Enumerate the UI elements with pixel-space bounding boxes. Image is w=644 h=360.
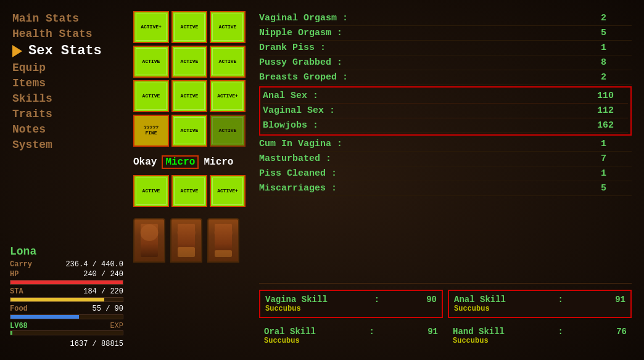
center-panel: ACTIVE+ ACTIVE ACTIVE ACTIVE ACTIVE ACTI… bbox=[128, 5, 252, 355]
food-bar bbox=[10, 315, 79, 319]
sidebar-item-main-stats[interactable]: Main Stats bbox=[10, 11, 123, 26]
grid-cell-r5-1[interactable]: ACTIVE bbox=[171, 175, 207, 207]
stat-line-3: Pussy Grabbed : 8 bbox=[259, 55, 632, 70]
grid-cell-r5-2[interactable]: ACTIVE+ bbox=[210, 175, 246, 207]
exp-value: 1637 / 88815 bbox=[70, 340, 123, 348]
grid-cell-7[interactable]: ACTIVE bbox=[171, 80, 207, 112]
food-label: Food bbox=[10, 305, 28, 313]
carry-label: Carry bbox=[10, 260, 32, 269]
sidebar-item-system[interactable]: System bbox=[10, 137, 123, 152]
grid-cell-0[interactable]: ACTIVE+ bbox=[133, 11, 169, 43]
vagina-skill-sub: Succubus bbox=[265, 305, 437, 313]
player-name: Lona bbox=[10, 245, 123, 258]
grid-cell-4[interactable]: ACTIVE bbox=[171, 46, 207, 78]
status-micro: Micro bbox=[204, 157, 233, 168]
potion-1[interactable] bbox=[170, 218, 202, 263]
oral-skill-value: 91 bbox=[427, 327, 438, 337]
sidebar-item-items[interactable]: Items bbox=[10, 76, 123, 91]
stat-line-7: Blowjobs : 162 bbox=[263, 118, 628, 133]
stat-line-0: Vaginal Orgasm : 2 bbox=[259, 11, 632, 26]
status-okay: Okay bbox=[133, 157, 157, 168]
anal-skill-sub: Succubus bbox=[454, 305, 625, 313]
vagina-skill-value: 90 bbox=[426, 295, 437, 305]
hp-bar bbox=[10, 280, 123, 284]
grid-cell-fine[interactable]: ?????FINE bbox=[133, 115, 169, 147]
anal-skill-box: Anal Skill : 91 Succubus bbox=[448, 290, 632, 318]
stat-line-10: Piss Cleaned : 1 bbox=[259, 166, 632, 181]
stat-line-5: Anal Sex : 110 bbox=[263, 89, 628, 104]
sta-label: STA bbox=[10, 287, 23, 296]
sidebar-item-health-stats[interactable]: Health Stats bbox=[10, 27, 123, 41]
exp-bar-container bbox=[10, 330, 123, 335]
player-stats: Lona Carry 236.4 / 440.0 HP 240 / 240 ST… bbox=[10, 245, 123, 349]
sta-bar-container bbox=[10, 297, 123, 302]
stat-line-2: Drank Piss : 1 bbox=[259, 41, 632, 55]
anal-skill-value: 91 bbox=[615, 295, 625, 305]
skills-section: Vagina Skill : 90 Succubus Anal Skill : … bbox=[259, 290, 632, 318]
oral-skill-box: Oral Skill : 91 Succubus bbox=[259, 323, 443, 349]
grid-cell-11[interactable]: ACTIVE bbox=[210, 115, 246, 147]
divider bbox=[259, 283, 632, 284]
grid-cell-r5-0[interactable]: ACTIVE bbox=[133, 175, 169, 207]
sidebar: Main Stats Health Stats Sex Stats Equip … bbox=[5, 5, 128, 355]
stat-line-4: Breasts Groped : 2 bbox=[259, 70, 632, 85]
lv-label: LV68 bbox=[10, 322, 28, 330]
hand-skill-value: 76 bbox=[616, 327, 627, 337]
vagina-skill-box: Vagina Skill : 90 Succubus bbox=[259, 290, 443, 318]
anal-skill-title: Anal Skill bbox=[454, 295, 506, 305]
potion-row bbox=[133, 218, 247, 263]
vagina-skill-title: Vagina Skill bbox=[265, 295, 328, 305]
status-grid: ACTIVE+ ACTIVE ACTIVE ACTIVE ACTIVE ACTI… bbox=[133, 11, 247, 147]
hp-label: HP bbox=[10, 270, 19, 279]
sta-bar bbox=[10, 298, 104, 301]
exp-bar bbox=[10, 331, 12, 335]
exp-label: EXP bbox=[110, 322, 123, 330]
stat-line-1: Nipple Orgasm : 5 bbox=[259, 26, 632, 41]
grid-cell-1[interactable]: ACTIVE bbox=[171, 11, 207, 43]
potion-0[interactable] bbox=[133, 218, 165, 263]
stat-line-8: Cum In Vagina : 1 bbox=[259, 137, 632, 152]
skills-section-2: Oral Skill : 91 Succubus Hand Skill : 76… bbox=[259, 323, 632, 349]
grid-row5: ACTIVE ACTIVE ACTIVE+ bbox=[133, 175, 247, 207]
grid-cell-5[interactable]: ACTIVE bbox=[210, 46, 246, 78]
hp-bar-container bbox=[10, 280, 123, 285]
highlighted-stats: Anal Sex : 110 Vaginal Sex : 112 Blowjob… bbox=[259, 86, 632, 136]
hand-skill-title: Hand Skill bbox=[453, 327, 505, 337]
sex-stats-list: Vaginal Orgasm : 2 Nipple Orgasm : 5 Dra… bbox=[259, 11, 632, 282]
food-value: 55 / 90 bbox=[93, 305, 123, 313]
anal-skill-separator: : bbox=[553, 295, 568, 305]
nav-menu: Main Stats Health Stats Sex Stats Equip … bbox=[10, 11, 123, 152]
grid-cell-10[interactable]: ACTIVE bbox=[171, 115, 207, 147]
sidebar-item-traits[interactable]: Traits bbox=[10, 107, 123, 121]
right-panel: Vaginal Orgasm : 2 Nipple Orgasm : 5 Dra… bbox=[252, 5, 639, 355]
sidebar-item-notes[interactable]: Notes bbox=[10, 122, 123, 137]
sidebar-item-sex-stats[interactable]: Sex Stats bbox=[10, 42, 123, 60]
status-labels: Okay Micro Micro bbox=[133, 155, 247, 169]
sta-value: 184 / 220 bbox=[83, 287, 123, 296]
sidebar-item-equip[interactable]: Equip bbox=[10, 60, 123, 75]
grid-cell-8[interactable]: ACTIVE+ bbox=[210, 80, 246, 112]
hand-skill-sub: Succubus bbox=[453, 337, 627, 345]
carry-value: 236.4 / 440.0 bbox=[65, 260, 123, 269]
hand-skill-box: Hand Skill : 76 Succubus bbox=[448, 323, 632, 349]
vagina-skill-separator: : bbox=[369, 295, 384, 305]
stat-line-11: Miscarriages : 5 bbox=[259, 181, 632, 196]
oral-skill-sub: Succubus bbox=[264, 337, 438, 345]
stat-line-9: Masturbated : 7 bbox=[259, 152, 632, 166]
sidebar-item-skills[interactable]: Skills bbox=[10, 91, 123, 106]
oral-skill-title: Oral Skill bbox=[264, 327, 316, 337]
potion-2[interactable] bbox=[207, 218, 239, 263]
grid-cell-3[interactable]: ACTIVE bbox=[133, 46, 169, 78]
stat-line-6: Vaginal Sex : 112 bbox=[263, 104, 628, 118]
food-bar-container bbox=[10, 314, 123, 319]
grid-cell-2[interactable]: ACTIVE bbox=[210, 11, 246, 43]
hp-value: 240 / 240 bbox=[83, 270, 123, 279]
grid-cell-6[interactable]: ACTIVE bbox=[133, 80, 169, 112]
status-micro-highlighted: Micro bbox=[162, 155, 199, 169]
